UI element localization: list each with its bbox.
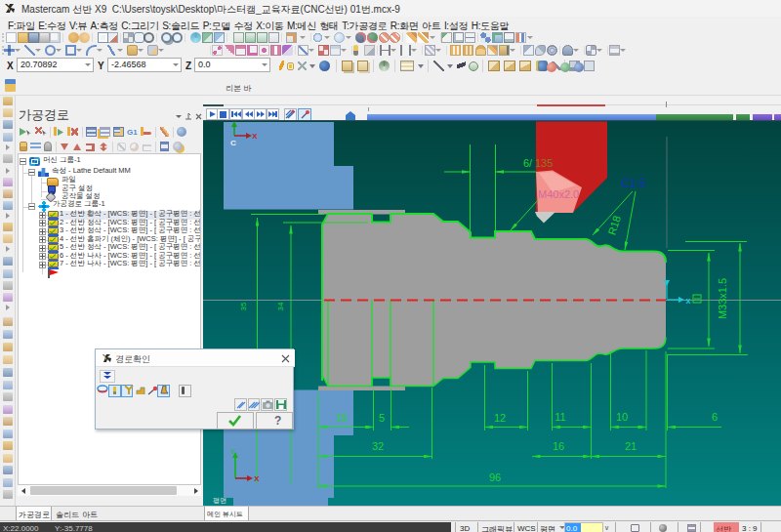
- svg-text:34: 34: [276, 302, 285, 310]
- svg-text:96: 96: [489, 471, 501, 483]
- svg-text:11: 11: [555, 411, 565, 423]
- svg-text:32: 32: [372, 440, 384, 452]
- svg-text:35: 35: [239, 302, 248, 310]
- svg-text:10: 10: [616, 411, 628, 423]
- svg-text:12: 12: [494, 412, 506, 424]
- svg-text:16: 16: [553, 440, 564, 452]
- svg-text:X: X: [252, 132, 258, 141]
- svg-text:M33x1.5: M33x1.5: [717, 278, 728, 319]
- svg-text:C1.5: C1.5: [621, 177, 646, 190]
- svg-text:x: x: [685, 296, 690, 306]
- svg-text:21: 21: [625, 440, 637, 452]
- svg-text:X: X: [254, 474, 260, 483]
- svg-text:6: 6: [712, 411, 718, 423]
- svg-text:M40x2.0: M40x2.0: [538, 188, 579, 200]
- svg-text:135: 135: [535, 157, 553, 169]
- svg-text:15: 15: [336, 412, 348, 424]
- svg-text:Y: Y: [230, 448, 235, 455]
- svg-text:6/: 6/: [523, 157, 533, 169]
- svg-text:평면: 평면: [213, 497, 226, 505]
- svg-text:5: 5: [379, 412, 385, 424]
- svg-text:C: C: [230, 139, 236, 147]
